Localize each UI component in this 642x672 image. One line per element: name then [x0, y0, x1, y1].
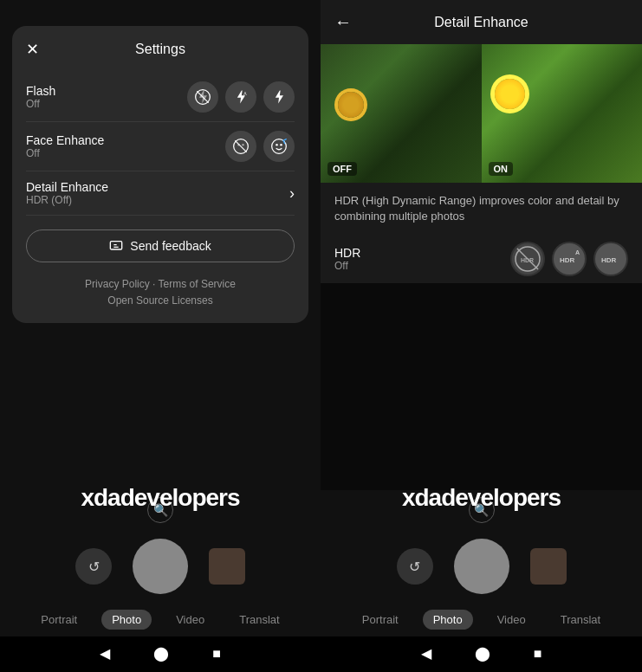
camera-bottom-left: 🔍 ↺ Portrait Photo Video Translat ◀ ⬤ ■ — [0, 490, 321, 672]
privacy-link[interactable]: Privacy Policy — [85, 278, 150, 290]
nav-home-left[interactable]: ⬤ — [153, 645, 169, 662]
detail-enhance-name: Detail Enhance — [26, 180, 108, 194]
hdr-on-icon[interactable]: HDR — [593, 242, 628, 276]
svg-point-9 — [280, 144, 282, 146]
svg-line-4 — [235, 140, 246, 152]
thumbnail-right[interactable] — [530, 548, 567, 585]
svg-text:HDR: HDR — [521, 257, 534, 263]
open-source-link[interactable]: Open Source Licenses — [107, 294, 212, 307]
label-on: ON — [489, 162, 514, 176]
camera-controls-right: ↺ — [321, 530, 642, 603]
detail-description: HDR (High Dynamic Range) improves color … — [321, 183, 642, 235]
label-off: OFF — [327, 162, 357, 176]
nav-bar-left: ◀ ⬤ ■ — [0, 636, 321, 672]
camera-bottom-right: 🔍 ↺ Portrait Photo Video Translat ◀ ⬤ ■ — [321, 490, 642, 672]
terms-link[interactable]: Terms of Service — [159, 278, 236, 290]
nav-home-right[interactable]: ⬤ — [475, 645, 490, 662]
mode-translate-left[interactable]: Translat — [229, 610, 289, 630]
flash-row: Flash Off A — [26, 73, 295, 122]
hdr-label-group: HDR Off — [334, 246, 360, 272]
feedback-label: Send feedback — [130, 239, 211, 253]
nav-recents-right[interactable]: ■ — [534, 646, 542, 662]
svg-point-5 — [237, 144, 240, 146]
left-phone-screen: ✕ Settings Flash Off — [0, 0, 321, 672]
rotate-button-right[interactable]: ↺ — [397, 548, 433, 585]
svg-text:HDR: HDR — [601, 256, 617, 264]
image-on: ON — [482, 44, 643, 183]
zoom-icon-left[interactable]: 🔍 — [147, 497, 173, 523]
detail-enhance-row[interactable]: Detail Enhance HDR (Off) › — [26, 171, 295, 216]
detail-enhance-value: HDR (Off) — [26, 194, 108, 206]
flash-icons: A — [187, 81, 295, 113]
detail-enhance-label: Detail Enhance HDR (Off) — [26, 180, 108, 206]
mode-video-right[interactable]: Video — [487, 610, 536, 630]
hdr-off-icon[interactable]: HDR — [510, 242, 545, 276]
face-enhance-label: Face Enhance Off — [26, 133, 104, 159]
shutter-button-right[interactable] — [454, 539, 509, 594]
flash-label: Flash Off — [26, 84, 55, 110]
back-button[interactable]: ← — [334, 12, 352, 32]
zoom-area-left: 🔍 — [0, 490, 321, 530]
hdr-section: HDR Off HDR HDR — [321, 235, 642, 283]
detail-header: ← Detail Enhance — [321, 0, 642, 44]
flash-off-icon[interactable] — [187, 81, 218, 113]
mode-video-left[interactable]: Video — [165, 610, 215, 630]
svg-text:HDR: HDR — [560, 256, 575, 264]
nav-recents-left[interactable]: ■ — [212, 646, 221, 662]
face-enhance-value: Off — [26, 147, 104, 159]
mode-portrait-left[interactable]: Portrait — [30, 610, 88, 630]
mode-bar-left: Portrait Photo Video Translat — [0, 603, 321, 636]
mode-translate-right[interactable]: Translat — [550, 610, 611, 630]
flash-on-icon[interactable] — [263, 81, 295, 113]
svg-point-8 — [276, 144, 278, 146]
rotate-button-left[interactable]: ↺ — [75, 548, 112, 585]
right-phone-screen: ← Detail Enhance OFF ON HDR (High Dynami… — [321, 0, 642, 672]
zoom-area-right: 🔍 — [321, 490, 642, 530]
face-off-icon[interactable] — [225, 131, 256, 162]
face-on-icon[interactable] — [263, 131, 295, 162]
image-off: OFF — [321, 44, 482, 183]
settings-title: Settings — [135, 42, 185, 57]
settings-header: ✕ Settings — [26, 40, 295, 59]
close-button[interactable]: ✕ — [26, 40, 39, 59]
face-enhance-row: Face Enhance Off — [26, 122, 295, 171]
mode-portrait-right[interactable]: Portrait — [352, 610, 409, 630]
chevron-right-icon: › — [289, 184, 295, 203]
camera-controls-left: ↺ — [0, 530, 321, 603]
flash-value: Off — [26, 98, 55, 110]
hdr-icons: HDR HDR A HDR — [510, 242, 628, 276]
nav-back-left[interactable]: ◀ — [100, 645, 110, 662]
hdr-value: Off — [334, 260, 360, 272]
detail-enhance-panel: ← Detail Enhance OFF ON HDR (High Dynami… — [321, 0, 642, 283]
face-enhance-name: Face Enhance — [26, 133, 104, 147]
hdr-label: HDR — [334, 246, 360, 260]
comparison-image: OFF ON — [321, 44, 642, 183]
svg-text:A: A — [575, 249, 580, 255]
face-enhance-icons — [225, 131, 295, 162]
nav-bar-right: ◀ ⬤ ■ — [321, 636, 642, 672]
mode-photo-left[interactable]: Photo — [101, 610, 152, 630]
detail-title: Detail Enhance — [434, 15, 529, 30]
settings-panel: ✕ Settings Flash Off — [12, 26, 308, 323]
settings-links: Privacy Policy · Terms of Service Open S… — [26, 276, 295, 309]
hdr-auto-icon[interactable]: HDR A — [552, 242, 587, 276]
shutter-button-left[interactable] — [133, 539, 188, 594]
svg-text:A: A — [243, 91, 247, 96]
nav-back-right[interactable]: ◀ — [421, 645, 431, 662]
thumbnail-left[interactable] — [209, 548, 245, 585]
flash-name: Flash — [26, 84, 55, 98]
mode-photo-right[interactable]: Photo — [423, 610, 473, 630]
svg-point-6 — [242, 144, 244, 146]
flash-auto-icon[interactable]: A — [225, 81, 256, 113]
zoom-icon-right[interactable]: 🔍 — [469, 497, 495, 523]
mode-bar-right: Portrait Photo Video Translat — [321, 603, 642, 636]
feedback-button[interactable]: Send feedback — [26, 229, 295, 262]
